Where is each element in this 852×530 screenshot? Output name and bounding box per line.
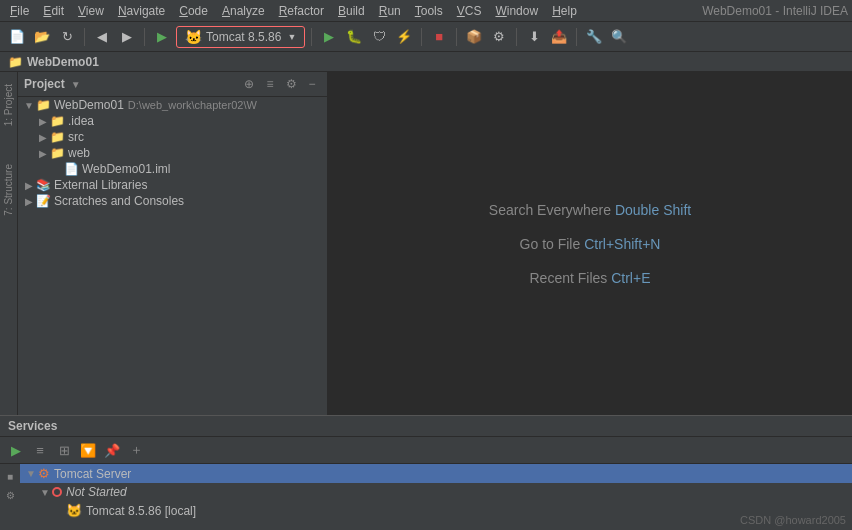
profile-btn[interactable]: ⚡: [393, 26, 415, 48]
tree-item-root[interactable]: ▼ 📁 WebDemo01 D:\web_work\chapter02\W: [18, 97, 327, 113]
tree-web-label: web: [68, 146, 90, 160]
sidebar-tab-project[interactable]: 1: Project: [1, 76, 16, 134]
sidebar-tab-structure[interactable]: 7: Structure: [1, 156, 16, 224]
project-tree: ▼ 📁 WebDemo01 D:\web_work\chapter02\W ▶ …: [18, 97, 327, 415]
build-artifact-btn[interactable]: 📦: [463, 26, 485, 48]
tomcat-local-icon: 🐱: [66, 503, 82, 518]
hint-goto: Go to File Ctrl+Shift+N: [520, 236, 661, 252]
svc-tomcat-local[interactable]: ▶ 🐱 Tomcat 8.5.86 [local]: [20, 501, 852, 520]
forward-btn[interactable]: ▶: [116, 26, 138, 48]
project-panel: Project ▼ ⊕ ≡ ⚙ − ▼ 📁 WebDemo01 D:\web_w…: [18, 72, 328, 415]
svc-side-settings-btn[interactable]: ⚙: [2, 487, 18, 503]
run-task-btn[interactable]: ⚙: [488, 26, 510, 48]
dropdown-icon: ▼: [287, 32, 296, 42]
toolbar: 📄 📂 ↻ ◀ ▶ ▶ 🐱 Tomcat 8.5.86 ▼ ▶ 🐛 🛡 ⚡ ■ …: [0, 22, 852, 52]
menu-vcs[interactable]: VCS: [451, 2, 488, 20]
coverage-btn[interactable]: 🛡: [368, 26, 390, 48]
run-config-btn[interactable]: ▶: [151, 26, 173, 48]
hint-recent: Recent Files Ctrl+E: [530, 270, 651, 286]
ext-libs-icon: 📚: [36, 178, 51, 192]
tree-ext-label: External Libraries: [54, 178, 147, 192]
tree-item-scratches[interactable]: ▶ 📝 Scratches and Consoles: [18, 193, 327, 209]
project-folder-icon: 📁: [8, 55, 23, 69]
services-toolbar: ▶ ≡ ⊞ 🔽 📌 ＋: [0, 437, 852, 464]
menu-view[interactable]: View: [72, 2, 110, 20]
root-folder-icon: 📁: [36, 98, 51, 112]
tree-item-src[interactable]: ▶ 📁 src: [18, 129, 327, 145]
proj-add-btn[interactable]: ⊕: [240, 75, 258, 93]
sep7: [576, 28, 577, 46]
vcs-update-btn[interactable]: ⬇: [523, 26, 545, 48]
back-btn[interactable]: ◀: [91, 26, 113, 48]
sep4: [421, 28, 422, 46]
new-file-btn[interactable]: 📄: [6, 26, 28, 48]
web-folder-icon: 📁: [50, 146, 65, 160]
project-title-label: Project: [24, 77, 65, 91]
content-area: Search Everywhere Double Shift Go to Fil…: [328, 72, 852, 415]
scratches-icon: 📝: [36, 194, 51, 208]
stop-btn[interactable]: ■: [428, 26, 450, 48]
services-tree: ▼ ⚙ Tomcat Server ▼ Not Started ▶ 🐱 Tomc…: [20, 464, 852, 530]
menu-code[interactable]: Code: [173, 2, 214, 20]
settings-btn[interactable]: 🔧: [583, 26, 605, 48]
svc-list-btn[interactable]: ≡: [30, 440, 50, 460]
open-btn[interactable]: 📂: [31, 26, 53, 48]
tomcat-server-icon: ⚙: [38, 466, 50, 481]
window-title: WebDemo01 - IntelliJ IDEA: [702, 4, 848, 18]
svc-tomcat-arrow: ▼: [24, 468, 38, 479]
tree-item-ext-libs[interactable]: ▶ 📚 External Libraries: [18, 177, 327, 193]
menu-refactor[interactable]: Refactor: [273, 2, 330, 20]
search-btn[interactable]: 🔍: [608, 26, 630, 48]
tree-item-idea[interactable]: ▶ 📁 .idea: [18, 113, 327, 129]
app-title-bar: 📁 WebDemo01: [0, 52, 852, 72]
proj-settings-btn[interactable]: ⚙: [282, 75, 300, 93]
hint-goto-key: Ctrl+Shift+N: [584, 236, 660, 252]
hint-search-key: Double Shift: [615, 202, 691, 218]
menu-window[interactable]: Window: [489, 2, 544, 20]
svc-tomcat-server[interactable]: ▼ ⚙ Tomcat Server: [20, 464, 852, 483]
tree-arrow-scratches: ▶: [22, 196, 36, 207]
menu-run[interactable]: Run: [373, 2, 407, 20]
svc-run-btn[interactable]: ▶: [6, 440, 26, 460]
svc-group-btn[interactable]: ⊞: [54, 440, 74, 460]
idea-folder-icon: 📁: [50, 114, 65, 128]
debug-btn[interactable]: 🐛: [343, 26, 365, 48]
menu-help[interactable]: Help: [546, 2, 583, 20]
refresh-btn[interactable]: ↻: [56, 26, 78, 48]
menu-file[interactable]: File: [4, 2, 35, 20]
tree-arrow-src: ▶: [36, 132, 50, 143]
run-btn[interactable]: ▶: [318, 26, 340, 48]
proj-close-btn[interactable]: −: [303, 75, 321, 93]
tree-idea-label: .idea: [68, 114, 94, 128]
not-started-label: Not Started: [66, 485, 127, 499]
sep2: [144, 28, 145, 46]
menu-navigate[interactable]: Navigate: [112, 2, 171, 20]
tree-arrow-idea: ▶: [36, 116, 50, 127]
tree-item-iml[interactable]: ▶ 📄 WebDemo01.iml: [18, 161, 327, 177]
menu-tools[interactable]: Tools: [409, 2, 449, 20]
app-title-label: WebDemo01: [27, 55, 99, 69]
svc-filter-btn[interactable]: 🔽: [78, 440, 98, 460]
main-area: 1: Project 7: Structure Project ▼ ⊕ ≡ ⚙ …: [0, 72, 852, 415]
tomcat-config-label: Tomcat 8.5.86: [206, 30, 281, 44]
services-content: ■ ⚙ ▼ ⚙ Tomcat Server ▼ Not Started ▶ 🐱 …: [0, 464, 852, 530]
project-dropdown-icon[interactable]: ▼: [71, 79, 81, 90]
tomcat-local-label: Tomcat 8.5.86 [local]: [86, 504, 196, 518]
svc-not-started[interactable]: ▼ Not Started: [20, 483, 852, 501]
menu-edit[interactable]: Edit: [37, 2, 70, 20]
svc-pin-btn[interactable]: 📌: [102, 440, 122, 460]
tomcat-config-btn[interactable]: 🐱 Tomcat 8.5.86 ▼: [176, 26, 305, 48]
menu-build[interactable]: Build: [332, 2, 371, 20]
svc-add-btn[interactable]: ＋: [126, 440, 146, 460]
svc-side-stop-btn[interactable]: ■: [2, 468, 18, 484]
tree-root-path: D:\web_work\chapter02\W: [128, 99, 257, 111]
left-sidebar: 1: Project 7: Structure: [0, 72, 18, 415]
tree-item-web[interactable]: ▶ 📁 web: [18, 145, 327, 161]
proj-collapse-btn[interactable]: ≡: [261, 75, 279, 93]
tree-scratches-label: Scratches and Consoles: [54, 194, 184, 208]
sep5: [456, 28, 457, 46]
vcs-push-btn[interactable]: 📤: [548, 26, 570, 48]
menu-analyze[interactable]: Analyze: [216, 2, 271, 20]
src-folder-icon: 📁: [50, 130, 65, 144]
tree-arrow-root: ▼: [22, 100, 36, 111]
